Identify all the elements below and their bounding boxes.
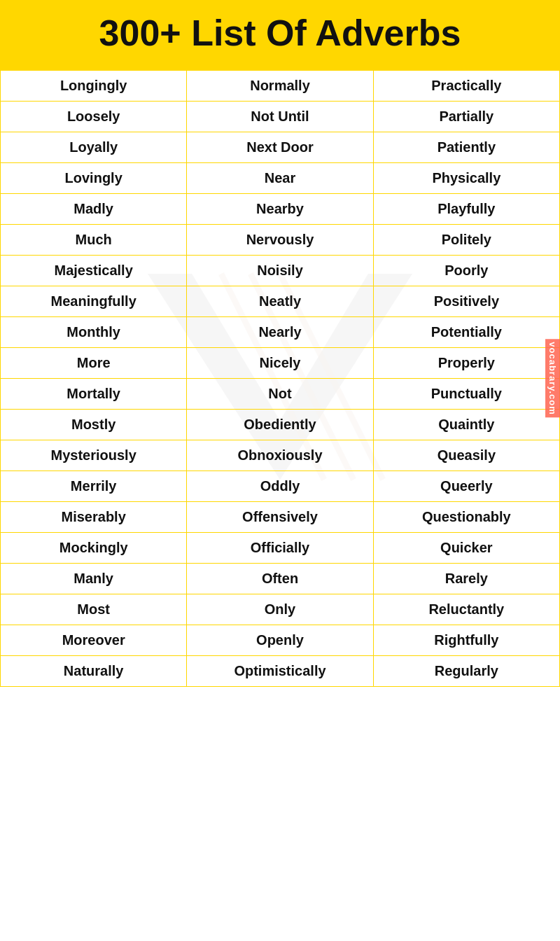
table-cell: Monthly bbox=[1, 316, 187, 347]
table-cell: Poorly bbox=[373, 255, 559, 286]
table-cell: Loosely bbox=[1, 101, 187, 132]
table-row: MadlyNearbyPlayfully bbox=[1, 193, 560, 224]
adverbs-table: LonginglyNormallyPracticallyLooselyNot U… bbox=[0, 70, 560, 687]
page-title: 300+ List Of Adverbs bbox=[7, 13, 553, 55]
table-cell: Partially bbox=[373, 101, 559, 132]
table-cell: Mysteriously bbox=[1, 440, 187, 470]
table-cell: Naturally bbox=[1, 655, 187, 686]
table-cell: Mockingly bbox=[1, 532, 187, 563]
table-row: ManlyOftenRarely bbox=[1, 563, 560, 594]
table-wrapper: vocabrary.com LonginglyNormallyPractical… bbox=[0, 70, 560, 687]
table-cell: Not Until bbox=[187, 101, 373, 132]
table-cell: Offensively bbox=[187, 501, 373, 532]
table-row: LoyallyNext DoorPatiently bbox=[1, 132, 560, 162]
table-row: LovinglyNearPhysically bbox=[1, 162, 560, 193]
table-row: MoreNicelyProperly bbox=[1, 347, 560, 378]
table-cell: Merrily bbox=[1, 470, 187, 501]
table-row: MockinglyOfficiallyQuicker bbox=[1, 532, 560, 563]
table-cell: Nearby bbox=[187, 193, 373, 224]
table-cell: Properly bbox=[373, 347, 559, 378]
table-cell: Most bbox=[1, 594, 187, 625]
table-cell: Nearly bbox=[187, 316, 373, 347]
table-cell: Politely bbox=[373, 224, 559, 255]
table-row: MajesticallyNoisilyPoorly bbox=[1, 255, 560, 286]
table-cell: Only bbox=[187, 594, 373, 625]
table-cell: Obediently bbox=[187, 409, 373, 440]
table-cell: Noisily bbox=[187, 255, 373, 286]
table-cell: Rightfully bbox=[373, 625, 559, 655]
table-cell: Manly bbox=[1, 563, 187, 594]
table-cell: Nervously bbox=[187, 224, 373, 255]
table-row: LooselyNot UntilPartially bbox=[1, 101, 560, 132]
table-cell: Majestically bbox=[1, 255, 187, 286]
table-row: MostOnlyReluctantly bbox=[1, 594, 560, 625]
table-cell: Potentially bbox=[373, 316, 559, 347]
table-cell: Reluctantly bbox=[373, 594, 559, 625]
table-cell: Practically bbox=[373, 70, 559, 101]
table-cell: Queasily bbox=[373, 440, 559, 470]
table-cell: Regularly bbox=[373, 655, 559, 686]
table-row: MoreoverOpenlyRightfully bbox=[1, 625, 560, 655]
table-cell: Near bbox=[187, 162, 373, 193]
table-row: MortallyNotPunctually bbox=[1, 378, 560, 409]
table-cell: Loyally bbox=[1, 132, 187, 162]
table-cell: Officially bbox=[187, 532, 373, 563]
table-cell: Quaintly bbox=[373, 409, 559, 440]
site-badge: vocabrary.com bbox=[545, 339, 560, 418]
table-row: MonthlyNearlyPotentially bbox=[1, 316, 560, 347]
table-cell: Neatly bbox=[187, 286, 373, 316]
table-cell: Queerly bbox=[373, 470, 559, 501]
table-cell: Positively bbox=[373, 286, 559, 316]
table-cell: Much bbox=[1, 224, 187, 255]
table-cell: Physically bbox=[373, 162, 559, 193]
table-row: MuchNervouslyPolitely bbox=[1, 224, 560, 255]
table-row: LonginglyNormallyPractically bbox=[1, 70, 560, 101]
table-row: MeaningfullyNeatlyPositively bbox=[1, 286, 560, 316]
table-cell: Normally bbox=[187, 70, 373, 101]
header: 300+ List Of Adverbs bbox=[0, 0, 560, 70]
table-row: MerrilyOddlyQueerly bbox=[1, 470, 560, 501]
table-cell: Miserably bbox=[1, 501, 187, 532]
table-cell: More bbox=[1, 347, 187, 378]
table-cell: Playfully bbox=[373, 193, 559, 224]
table-cell: Next Door bbox=[187, 132, 373, 162]
table-cell: Moreover bbox=[1, 625, 187, 655]
table-row: MiserablyOffensivelyQuestionably bbox=[1, 501, 560, 532]
table-cell: Oddly bbox=[187, 470, 373, 501]
table-row: NaturallyOptimisticallyRegularly bbox=[1, 655, 560, 686]
table-cell: Openly bbox=[187, 625, 373, 655]
table-cell: Lovingly bbox=[1, 162, 187, 193]
table-cell: Obnoxiously bbox=[187, 440, 373, 470]
table-row: MostlyObedientlyQuaintly bbox=[1, 409, 560, 440]
table-row: MysteriouslyObnoxiouslyQueasily bbox=[1, 440, 560, 470]
table-cell: Mostly bbox=[1, 409, 187, 440]
table-cell: Mortally bbox=[1, 378, 187, 409]
table-cell: Quicker bbox=[373, 532, 559, 563]
table-cell: Patiently bbox=[373, 132, 559, 162]
table-cell: Rarely bbox=[373, 563, 559, 594]
table-cell: Punctually bbox=[373, 378, 559, 409]
table-cell: Meaningfully bbox=[1, 286, 187, 316]
table-cell: Optimistically bbox=[187, 655, 373, 686]
table-cell: Longingly bbox=[1, 70, 187, 101]
table-cell: Questionably bbox=[373, 501, 559, 532]
table-cell: Not bbox=[187, 378, 373, 409]
table-cell: Madly bbox=[1, 193, 187, 224]
table-cell: Often bbox=[187, 563, 373, 594]
table-cell: Nicely bbox=[187, 347, 373, 378]
